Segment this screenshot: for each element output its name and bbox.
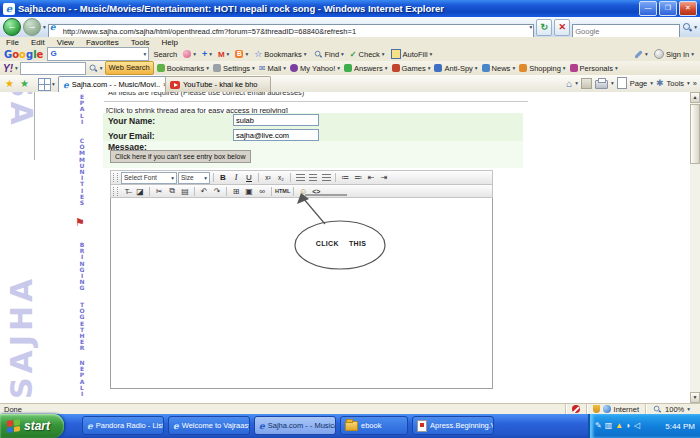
zoom-control[interactable]: 100% ▾ [645, 404, 696, 414]
print-icon[interactable] [595, 80, 608, 89]
google-bookmarks-button[interactable]: ☆Bookmarks▾ [252, 49, 308, 59]
menu-edit[interactable]: Edit [25, 38, 51, 47]
google-add-button[interactable]: +▾ [200, 49, 214, 59]
redo-icon[interactable]: ↷ [211, 186, 223, 196]
forward-button[interactable]: → [23, 18, 41, 36]
google-check-button[interactable]: ✓Check▾ [348, 50, 387, 59]
scrollbar-thumb[interactable] [690, 104, 700, 164]
superscript-icon[interactable] [262, 173, 274, 183]
search-options-icon[interactable]: ▾ [694, 24, 697, 30]
paste-icon[interactable]: ▤ [179, 186, 191, 196]
message-entry-area[interactable] [110, 198, 493, 389]
taskbar-item-pandora[interactable]: ePandora Radio - Liste... [82, 416, 164, 435]
toolbar-grip[interactable] [113, 173, 118, 182]
email-input[interactable] [233, 129, 319, 141]
tab-youtube[interactable]: YouTube - khai ke bho [165, 76, 271, 92]
url-dropdown-icon[interactable]: ▾ [529, 24, 532, 30]
search-go-icon[interactable] [682, 22, 692, 32]
taskbar-item-vajra[interactable]: eWelcome to Vajraasy... [168, 416, 250, 435]
tray-network-icon[interactable]: ◗ [626, 422, 631, 430]
menu-view[interactable]: View [51, 38, 80, 47]
back-button[interactable]: ← [3, 18, 21, 36]
favorites-center-icon[interactable]: ★ [5, 78, 14, 89]
toolbar-overflow-chevron[interactable]: » [693, 79, 697, 88]
show-entry-box-button[interactable]: Click here if you can't see entry box be… [110, 150, 251, 163]
close-button[interactable]: ✕ [679, 1, 697, 16]
yahoo-settings[interactable]: Settings▾ [212, 64, 256, 73]
yahoo-my-yahoo[interactable]: My Yahoo!▾ [289, 64, 341, 73]
blogger-button[interactable]: B▾ [233, 50, 250, 58]
italic-button[interactable]: I [230, 173, 242, 183]
size-select[interactable]: Size▾ [178, 172, 210, 184]
scroll-up-icon[interactable]: ▲ [690, 92, 700, 103]
stop-button[interactable]: ✕ [554, 19, 570, 36]
scroll-down-icon[interactable]: ▼ [690, 392, 700, 403]
google-autofill-button[interactable]: AutoFill▾ [389, 49, 435, 59]
refresh-button[interactable]: ↻ [536, 19, 552, 36]
yahoo-search-icon[interactable] [89, 64, 98, 73]
bullet-list-icon[interactable]: ≔ [339, 173, 351, 183]
restore-button[interactable]: ❐ [659, 1, 677, 16]
insert-image-icon[interactable]: ▣ [243, 186, 255, 196]
underline-button[interactable]: U [243, 173, 255, 183]
tray-volume-icon[interactable]: ◁ [634, 422, 640, 430]
name-input[interactable] [233, 114, 319, 126]
format-painter-icon[interactable]: ◪ [134, 186, 146, 196]
feeds-icon[interactable] [581, 78, 592, 89]
web-search-button[interactable]: Web Search [105, 61, 154, 75]
align-right-icon[interactable] [320, 173, 332, 183]
yahoo-games[interactable]: Games▾ [391, 64, 432, 73]
tab-list-dropdown-icon[interactable]: ▾ [52, 81, 55, 87]
tab-sajha[interactable]: e Sajha.com - - Music/Movi... × [58, 76, 172, 92]
quick-tabs-icon[interactable] [38, 78, 51, 91]
outdent-icon[interactable]: ⇤ [365, 173, 377, 183]
taskbar-item-apress[interactable]: Apress.Beginning.Vis... [412, 416, 494, 435]
font-select[interactable]: Select Font▾ [121, 172, 177, 184]
taskbar-item-sajha[interactable]: eSajha.com - - Music/... [254, 416, 336, 435]
vertical-scrollbar[interactable]: ▲ ▼ [690, 92, 700, 403]
subscript-icon[interactable] [275, 173, 287, 183]
indent-icon[interactable]: ⇥ [378, 173, 390, 183]
undo-icon[interactable]: ↶ [198, 186, 210, 196]
tray-display-icon[interactable]: ▥ [605, 422, 613, 430]
home-icon[interactable]: ⌂ [566, 78, 572, 89]
google-search-button[interactable]: Search [151, 50, 179, 59]
yahoo-search-input[interactable] [20, 62, 86, 75]
tools-menu[interactable]: Tools [667, 79, 685, 88]
google-settings-button[interactable]: ▾ [632, 51, 650, 57]
minimize-button[interactable]: — [639, 1, 657, 16]
google-share-button[interactable]: ▾ [181, 50, 198, 58]
yahoo-mail[interactable]: ✉Mail▾ [258, 64, 287, 73]
google-search-input[interactable]: ▾ [47, 47, 149, 61]
code-snippet-icon[interactable]: <> [310, 186, 322, 196]
yahoo-logo[interactable]: Y! [3, 63, 13, 74]
gmail-button[interactable]: M▾ [216, 50, 231, 59]
menu-tools[interactable]: Tools [125, 38, 156, 47]
copy-icon[interactable]: ⧉ [166, 186, 178, 196]
google-find-button[interactable]: Find▾ [311, 49, 346, 59]
yahoo-personals[interactable]: Personals▾ [569, 64, 619, 73]
insert-table-icon[interactable]: ⊞ [230, 186, 242, 196]
yahoo-antispy[interactable]: Anti-Spy▾ [433, 64, 478, 73]
smiley-icon[interactable]: ☺ [297, 186, 309, 196]
html-source-button[interactable]: HTML [275, 186, 290, 196]
tray-pen-icon[interactable]: ✎ [595, 422, 602, 430]
history-dropdown-icon[interactable]: ▾ [43, 24, 46, 30]
menu-file[interactable]: File [0, 38, 25, 47]
bold-button[interactable]: B [217, 173, 229, 183]
yahoo-news[interactable]: News▾ [481, 64, 517, 73]
yahoo-shopping[interactable]: Shopping▾ [518, 64, 566, 73]
start-button[interactable]: start [0, 414, 64, 438]
yahoo-bookmarks[interactable]: Bookmarks▾ [156, 64, 210, 73]
toolbar-grip[interactable] [113, 187, 118, 196]
menu-favorites[interactable]: Favorites [80, 38, 125, 47]
cut-icon[interactable]: ✂ [153, 186, 165, 196]
taskbar-item-ebook[interactable]: ebook [340, 416, 408, 435]
align-left-icon[interactable] [294, 173, 306, 183]
insert-link-icon[interactable]: ∞ [256, 186, 268, 196]
align-center-icon[interactable] [307, 173, 319, 183]
numbered-list-icon[interactable]: ≕ [352, 173, 364, 183]
remove-format-icon[interactable]: T̶ [121, 186, 133, 196]
add-favorite-icon[interactable]: ★ [20, 78, 29, 89]
yahoo-answers[interactable]: Answers▾ [343, 64, 389, 73]
